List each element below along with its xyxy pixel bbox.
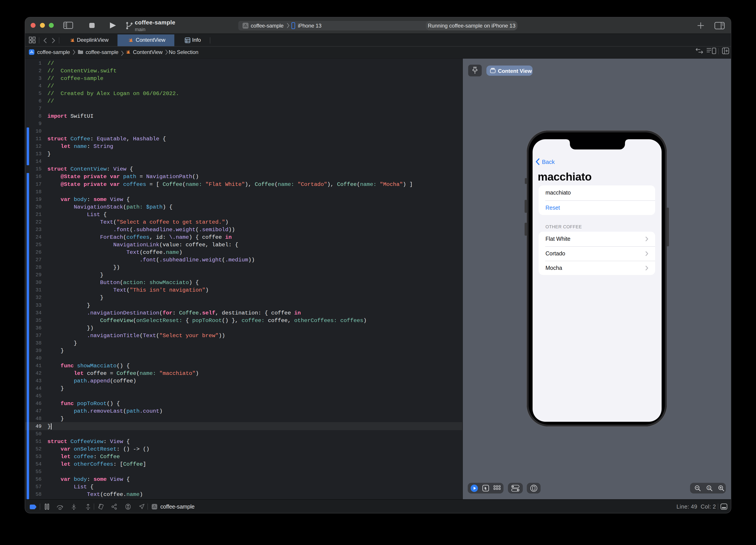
svg-text:1: 1 (708, 486, 710, 489)
